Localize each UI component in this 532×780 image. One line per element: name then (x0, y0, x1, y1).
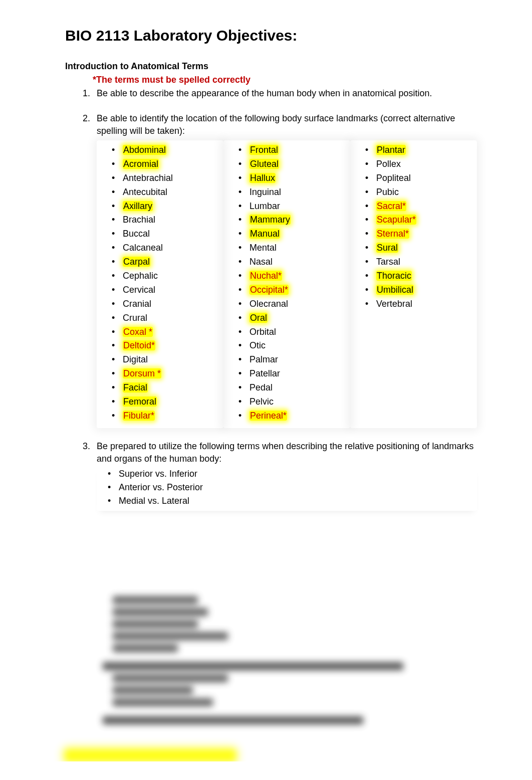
landmark-item: Nasal (238, 255, 346, 269)
landmark-item: Sacral* (365, 200, 473, 214)
spelling-note: *The terms must be spelled correctly (93, 74, 477, 86)
landmark-term: Brachial (123, 215, 155, 225)
landmark-item: Tarsal (365, 255, 473, 269)
landmark-item: Hallux (238, 171, 346, 185)
landmark-term: Carpal (123, 257, 150, 267)
objective-3-text: Be prepared to utilize the following ter… (97, 441, 473, 464)
landmark-term: Vertebral (376, 299, 412, 309)
landmark-item: Inguinal (238, 185, 346, 200)
landmark-term: Frontal (249, 145, 279, 155)
landmark-term: Hallux (249, 173, 276, 183)
landmark-item: Frontal (238, 143, 346, 157)
landmark-item: Pollex (365, 157, 473, 171)
landmark-term: Antecubital (123, 187, 167, 197)
landmark-item: Abdominal (112, 143, 219, 157)
landmark-term: Deltoid* (123, 340, 155, 350)
landmark-item: Cervical (112, 283, 219, 297)
landmark-term: Calcaneal (123, 243, 163, 253)
landmark-item: Orbital (238, 325, 346, 339)
landmark-term: Sural (376, 243, 398, 253)
landmark-item: Mammary (238, 213, 346, 227)
landmark-item: Oral (238, 311, 346, 325)
landmark-term: Oral (249, 313, 268, 323)
landmark-item: Sternal* (365, 227, 473, 241)
landmarks-col-2: FrontalGlutealHalluxInguinalLumbarMammar… (223, 140, 350, 428)
landmark-term: Abdominal (123, 145, 166, 155)
landmark-term: Nasal (249, 257, 273, 267)
landmark-item: Umbilical (365, 283, 473, 297)
landmark-term: Sacral* (376, 201, 406, 211)
landmark-item: Vertebral (365, 297, 473, 311)
landmark-term: Orbital (249, 327, 276, 337)
landmark-item: Antecubital (112, 185, 219, 200)
landmark-term: Cervical (123, 285, 155, 295)
landmark-term: Mental (249, 243, 277, 253)
landmark-term: Palmar (249, 354, 278, 364)
landmark-item: Palmar (238, 353, 346, 367)
landmark-term: Digital (123, 354, 148, 364)
landmark-item: Deltoid* (112, 339, 219, 353)
landmark-item: Digital (112, 353, 219, 367)
landmark-item: Pedal (238, 381, 346, 395)
page-title: BIO 2113 Laboratory Objectives: (65, 25, 477, 46)
landmark-term: Antebrachial (123, 173, 173, 183)
landmark-term: Acromial (123, 159, 159, 169)
landmark-item: Occipital* (238, 283, 346, 297)
landmark-term: Pedal (249, 382, 273, 393)
section-heading: Introduction to Anatomical Terms (65, 60, 477, 73)
landmark-term: Gluteal (249, 159, 279, 169)
landmark-item: Axillary (112, 200, 219, 214)
objective-3: Be prepared to utilize the following ter… (93, 440, 477, 511)
landmark-term: Pubic (376, 187, 399, 197)
landmark-item: Calcaneal (112, 241, 219, 255)
landmark-item: Femoral (112, 395, 219, 409)
landmark-item: Nuchal* (238, 269, 346, 283)
landmark-term: Cranial (123, 299, 151, 309)
landmark-item: Popliteal (365, 171, 473, 185)
landmark-term: Olecranal (249, 299, 288, 309)
landmark-item: Antebrachial (112, 171, 219, 185)
landmark-item: Facial (112, 381, 219, 395)
landmark-item: Pelvic (238, 395, 346, 409)
landmark-item: Fibular* (112, 409, 219, 423)
landmark-term: Femoral (123, 397, 157, 407)
landmark-item: Acromial (112, 157, 219, 171)
landmark-item: Mental (238, 241, 346, 255)
objective-2: Be able to identify the location of the … (93, 112, 477, 428)
landmark-item: Buccal (112, 227, 219, 241)
landmark-item: Carpal (112, 255, 219, 269)
objective-1-text: Be able to describe the appearance of th… (97, 88, 432, 98)
landmark-item: Perineal* (238, 409, 346, 423)
landmarks-col-1: AbdominalAcromialAntebrachialAntecubital… (97, 140, 223, 428)
landmark-term: Axillary (123, 201, 153, 211)
landmark-term: Pelvic (249, 397, 274, 407)
landmark-item: Scapular* (365, 213, 473, 227)
landmark-term: Mammary (249, 215, 291, 225)
landmark-item: Pubic (365, 185, 473, 200)
landmark-term: Facial (123, 382, 148, 393)
landmark-term: Umbilical (376, 285, 414, 295)
objectives-list: Be able to describe the appearance of th… (65, 87, 477, 511)
landmark-item: Coxal * (112, 325, 219, 339)
landmark-item: Plantar (365, 143, 473, 157)
landmark-item: Lumbar (238, 200, 346, 214)
landmark-term: Crural (123, 313, 147, 323)
objective-2-text: Be able to identify the location of the … (97, 113, 455, 136)
landmark-term: Popliteal (376, 173, 411, 183)
landmark-item: Cephalic (112, 269, 219, 283)
landmark-term: Dorsum * (123, 368, 161, 378)
landmark-item: Crural (112, 311, 219, 325)
landmark-term: Coxal * (123, 327, 153, 337)
landmark-item: Manual (238, 227, 346, 241)
landmark-term: Nuchal* (249, 271, 282, 281)
landmark-item: Dorsum * (112, 367, 219, 381)
landmark-term: Manual (249, 229, 280, 239)
landmark-term: Inguinal (249, 187, 281, 197)
landmark-item: Patellar (238, 367, 346, 381)
landmark-term: Fibular* (123, 411, 155, 421)
positioning-term: Medial vs. Lateral (108, 494, 477, 508)
positioning-term: Superior vs. Inferior (108, 467, 477, 481)
landmark-item: Olecranal (238, 297, 346, 311)
landmarks-columns: AbdominalAcromialAntebrachialAntecubital… (97, 140, 477, 428)
landmark-item: Thoracic (365, 269, 473, 283)
